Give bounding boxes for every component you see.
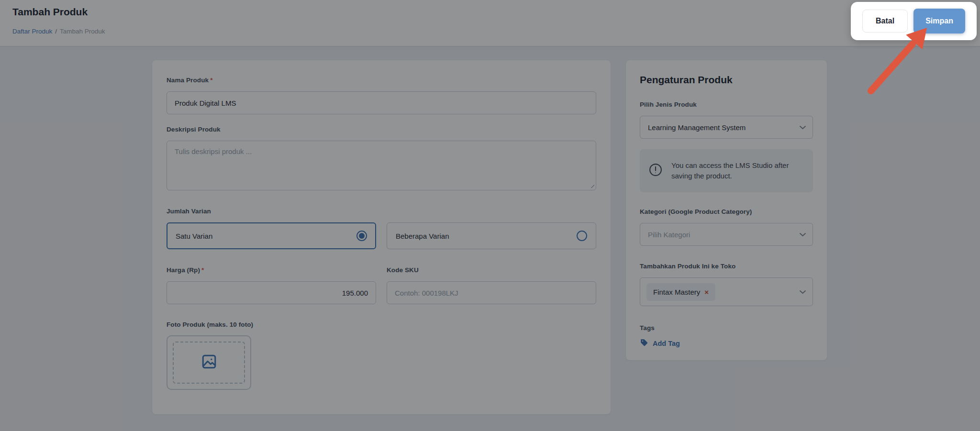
save-button[interactable]: Simpan	[913, 9, 965, 33]
tour-dim-overlay	[0, 0, 980, 431]
cancel-button[interactable]: Batal	[862, 10, 908, 33]
add-product-page: { "header": { "title": "Tambah Produk", …	[0, 0, 980, 431]
tour-spotlight-action-panel: Batal Simpan	[851, 2, 977, 40]
